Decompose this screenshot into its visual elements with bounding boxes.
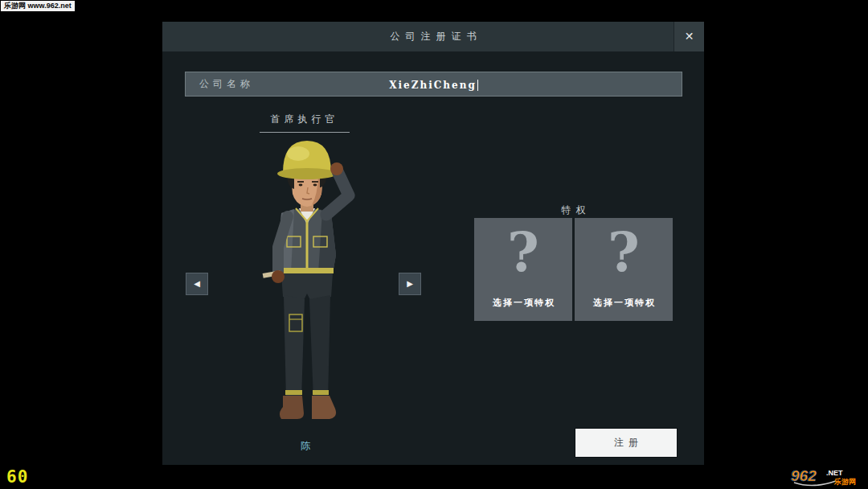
fps-counter: 60 xyxy=(6,467,28,487)
privilege-slot-label: 选择一项特权 xyxy=(474,297,572,309)
ceo-label: 首席执行官 xyxy=(271,113,339,125)
ceo-portrait xyxy=(241,134,370,432)
privileges-label: 特权 xyxy=(474,203,673,217)
logo-name: 乐游网 xyxy=(833,478,856,486)
ceo-label-underline xyxy=(260,132,350,133)
prev-ceo-button[interactable]: ◀ xyxy=(186,273,208,295)
close-button[interactable]: ✕ xyxy=(674,22,704,51)
privilege-slot-1[interactable]: ? 选择一项特权 xyxy=(474,218,572,321)
site-logo-watermark: 962 .NET 乐游网 xyxy=(789,466,866,487)
company-name-value: XieZhiCheng xyxy=(389,80,477,91)
company-name-value-wrap: XieZhiCheng xyxy=(186,72,682,96)
question-mark-icon: ? xyxy=(575,223,673,281)
watermark-top-left: 乐游网 www.962.net xyxy=(1,1,75,11)
game-screen: 乐游网 www.962.net 公司注册证书 ✕ 公司名称 XieZhiChen… xyxy=(0,0,868,489)
text-cursor xyxy=(477,80,478,91)
ceo-name: 陈 xyxy=(241,439,370,453)
register-button[interactable]: 注册 xyxy=(575,429,677,457)
ceo-section-header: 首席执行官 xyxy=(260,111,350,133)
dialog-title: 公司注册证书 xyxy=(162,22,704,51)
right-arrow-icon: ▶ xyxy=(407,279,413,288)
privilege-slot-label: 选择一项特权 xyxy=(575,297,673,309)
logo-number: 962 xyxy=(791,467,817,484)
left-arrow-icon: ◀ xyxy=(194,279,200,288)
next-ceo-button[interactable]: ▶ xyxy=(399,273,421,295)
question-mark-icon: ? xyxy=(474,223,572,281)
privilege-slot-2[interactable]: ? 选择一项特权 xyxy=(575,218,673,321)
company-name-field[interactable]: 公司名称 XieZhiCheng xyxy=(185,72,682,97)
logo-tld: .NET xyxy=(826,469,843,477)
privilege-slots: ? 选择一项特权 ? 选择一项特权 xyxy=(474,218,673,321)
close-icon: ✕ xyxy=(685,30,694,43)
company-registration-dialog: 公司注册证书 ✕ 公司名称 XieZhiCheng 首席执行官 xyxy=(162,22,704,465)
dialog-header: 公司注册证书 ✕ xyxy=(162,22,704,51)
